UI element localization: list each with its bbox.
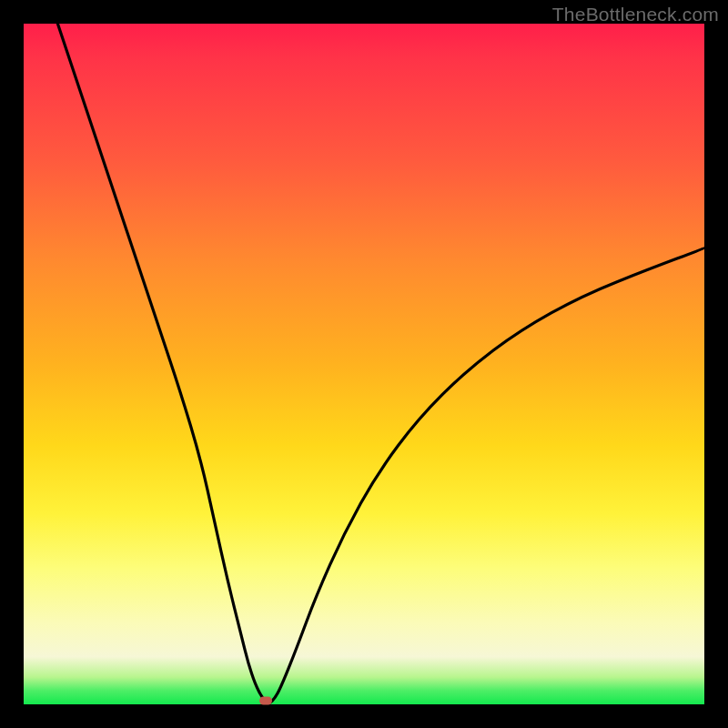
optimum-marker (259, 696, 272, 704)
bottleneck-curve (57, 24, 704, 703)
curve-svg (24, 24, 704, 704)
chart-frame: TheBottleneck.com (0, 0, 728, 728)
watermark-text: TheBottleneck.com (552, 4, 719, 25)
plot-area (24, 24, 704, 704)
